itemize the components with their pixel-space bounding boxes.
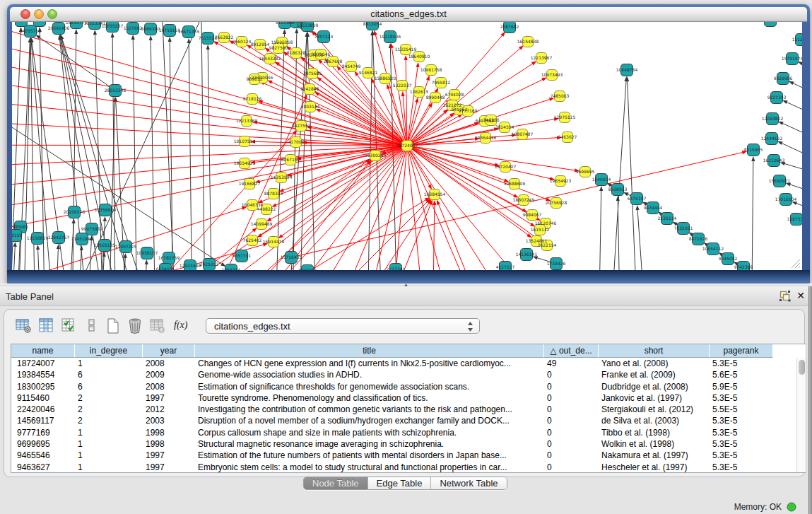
table-row[interactable]: 946554611997Estimation of the future num… <box>11 450 797 461</box>
new-document-icon[interactable] <box>104 317 122 334</box>
table-row[interactable]: 1938455462009Genome-wide association stu… <box>11 369 797 380</box>
import-table-icon[interactable] <box>148 317 167 334</box>
function-icon[interactable]: f(x) <box>174 317 195 334</box>
graph-node-label: 10958107 <box>136 250 158 255</box>
graph-edge-citation[interactable] <box>261 82 407 146</box>
graph-node-label: 8938923 <box>608 187 628 192</box>
column-header-short[interactable]: short <box>599 344 710 358</box>
table-settings-icon[interactable] <box>15 317 33 334</box>
graph-edge-citation[interactable] <box>407 146 553 180</box>
cell-name: 19384554 <box>11 369 75 380</box>
graph-edge-citation[interactable] <box>318 78 407 146</box>
graph-node-label: 10961758 <box>420 67 442 72</box>
graph-node-label: 2867608 <box>324 59 343 64</box>
graph-edge[interactable] <box>779 122 802 163</box>
table-row[interactable]: 2242004622012Investigating the contribut… <box>11 404 797 415</box>
column-header-title[interactable]: title <box>195 344 544 358</box>
network-view-window[interactable]: citations_edges.txt 26266552096665140557… <box>7 4 810 284</box>
graph-edge[interactable] <box>637 206 654 270</box>
resize-grip-icon[interactable] <box>791 259 801 269</box>
edge-arrowhead-icon <box>404 55 408 60</box>
cell-year: 2003 <box>143 415 195 426</box>
tab-edge-table[interactable]: Edge Table <box>368 477 432 489</box>
graph-edge[interactable] <box>189 40 194 270</box>
graph-edge-citation[interactable] <box>437 201 516 270</box>
column-header-out_de[interactable]: △ out_de... <box>544 344 599 358</box>
table-row[interactable]: 1872400712008Changes of HCN gene express… <box>11 358 797 369</box>
graph-edge[interactable] <box>208 46 213 270</box>
table-source-dropdown[interactable]: citations_edges.txt <box>206 318 480 334</box>
rows-icon[interactable] <box>83 317 101 334</box>
float-icon[interactable] <box>779 291 791 302</box>
graph-edge[interactable] <box>604 78 626 270</box>
table-row[interactable]: 946362711997Embryonic stem cells: a mode… <box>11 462 797 473</box>
graph-edge-citation[interactable] <box>407 146 578 171</box>
graph-edge-citation[interactable] <box>191 199 430 270</box>
graph-edge[interactable] <box>784 101 802 140</box>
table-row[interactable]: 977716911998Corpus callosum shape and si… <box>11 427 797 438</box>
graph-edge-citation[interactable] <box>12 37 407 146</box>
table-header-row[interactable]: namein_degreeyeartitle△ out_de...shortpa… <box>11 344 797 358</box>
graph-node-label: 18724007 <box>396 143 418 148</box>
table-scrollbar[interactable] <box>796 358 806 473</box>
trash-icon[interactable] <box>126 317 144 334</box>
edge-arrowhead-icon <box>428 185 432 189</box>
graph-node-label: 8878334 <box>264 191 283 196</box>
column-header-year[interactable]: year <box>143 344 195 358</box>
graph-node-label: 15751074 <box>782 56 802 61</box>
tab-network-table[interactable]: Network Table <box>431 477 506 489</box>
column-header-pagerank[interactable]: pagerank <box>710 344 773 358</box>
table-row[interactable]: 911546021997Tourette syndrome. Phenomeno… <box>11 392 797 404</box>
graph-node-label: 20364436 <box>475 135 497 140</box>
table-select-icon[interactable] <box>60 317 78 334</box>
graph-edge[interactable] <box>37 246 41 270</box>
node-table[interactable]: namein_degreeyeartitle△ out_de...shortpa… <box>11 344 806 473</box>
edge-arrowhead-icon <box>283 29 286 34</box>
graph-edge[interactable] <box>71 30 76 270</box>
graph-edge-citation[interactable] <box>353 201 432 270</box>
graph-edge-citation[interactable] <box>312 31 407 146</box>
graph-edge[interactable] <box>799 62 802 98</box>
edge-arrowhead-icon <box>145 259 148 264</box>
network-canvas[interactable]: 2626655209666514055712206914061963377310… <box>12 22 802 270</box>
table-tabs: Node TableEdge TableNetwork Table <box>303 477 507 490</box>
graph-node-label: 17957225 <box>115 244 137 249</box>
graph-edge[interactable] <box>751 158 753 270</box>
cell-pagerank: 5.3E-5 <box>710 415 773 426</box>
graph-edge[interactable] <box>133 36 139 270</box>
table-columns-icon[interactable] <box>37 317 56 334</box>
graph-edge[interactable] <box>618 197 622 270</box>
graph-edge-citation[interactable] <box>269 81 407 146</box>
column-header-in_degree[interactable]: in_degree <box>75 344 143 358</box>
right-edge-strip[interactable] <box>808 286 812 514</box>
cell-pagerank: 5.3E-5 <box>710 427 773 438</box>
window-titlebar[interactable]: citations_edges.txt <box>10 7 807 22</box>
tab-node-table[interactable]: Node Table <box>304 477 368 489</box>
cell-name: 18300295 <box>11 381 75 392</box>
graph-node-label: 16782759 <box>158 255 180 260</box>
cell-in_degree: 2 <box>75 415 143 426</box>
graph-edge[interactable] <box>112 34 117 270</box>
graph-node-label: 2087682 <box>500 24 519 29</box>
graph-edge[interactable] <box>597 187 601 270</box>
graph-node-label: 4127227 <box>496 264 515 269</box>
edge-arrowhead-icon <box>80 245 83 250</box>
table-row[interactable]: 1456911722003Disruption of a novel membe… <box>11 415 797 426</box>
graph-edge[interactable] <box>55 245 59 270</box>
table-scrollbar-thumb[interactable] <box>799 360 805 375</box>
graph-edge-citation[interactable] <box>12 145 407 146</box>
graph-edge[interactable] <box>790 82 802 119</box>
close-icon[interactable]: ✕ <box>796 290 805 301</box>
graph-edge-citation[interactable] <box>431 201 435 270</box>
cell-out_de: 0 <box>544 427 599 438</box>
graph-node-label: 15716485 <box>281 255 302 259</box>
edge-arrowhead-icon <box>131 35 135 40</box>
column-header-name[interactable]: name <box>11 344 75 358</box>
table-row[interactable]: 969969511998Structural magnetic resonanc… <box>11 438 797 450</box>
graph-node-label: 14099489 <box>251 221 273 226</box>
table-row[interactable]: 1830029562008Estimation of significance … <box>11 381 797 392</box>
cell-pagerank: 5.3E-5 <box>710 438 773 450</box>
edge-arrowhead-icon <box>111 33 114 37</box>
edge-arrowhead-icon <box>599 186 603 191</box>
cell-year: 2012 <box>143 404 195 415</box>
